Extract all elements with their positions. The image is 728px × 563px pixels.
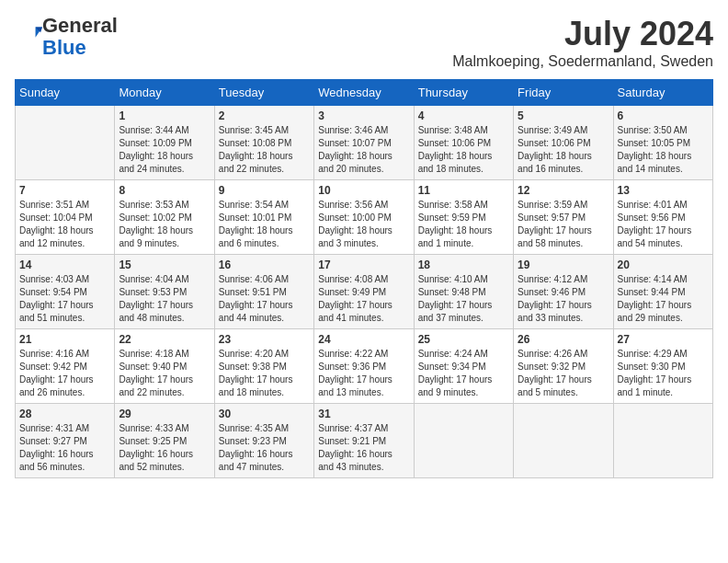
day-number: 26 — [518, 333, 609, 346]
calendar-cell: 5Sunrise: 3:49 AM Sunset: 10:06 PM Dayli… — [514, 106, 613, 180]
calendar-cell: 21Sunrise: 4:16 AM Sunset: 9:42 PM Dayli… — [16, 329, 115, 404]
day-number: 12 — [518, 184, 609, 197]
day-info: Sunrise: 3:59 AM Sunset: 9:57 PM Dayligh… — [518, 199, 609, 250]
day-info: Sunrise: 4:33 AM Sunset: 9:25 PM Dayligh… — [119, 422, 210, 474]
day-number: 1 — [119, 109, 210, 122]
calendar-cell: 4Sunrise: 3:48 AM Sunset: 10:06 PM Dayli… — [414, 106, 513, 180]
calendar-cell: 22Sunrise: 4:18 AM Sunset: 9:40 PM Dayli… — [115, 329, 214, 404]
calendar-cell: 6Sunrise: 3:50 AM Sunset: 10:05 PM Dayli… — [613, 106, 712, 180]
day-info: Sunrise: 3:53 AM Sunset: 10:02 PM Daylig… — [119, 199, 210, 250]
logo-icon — [17, 22, 42, 48]
calendar-cell: 16Sunrise: 4:06 AM Sunset: 9:51 PM Dayli… — [214, 255, 313, 329]
logo: General Blue — [15, 15, 118, 59]
day-number: 7 — [19, 184, 110, 197]
day-number: 21 — [19, 333, 110, 346]
calendar-cell: 25Sunrise: 4:24 AM Sunset: 9:34 PM Dayli… — [414, 329, 513, 404]
calendar-cell: 12Sunrise: 3:59 AM Sunset: 9:57 PM Dayli… — [514, 180, 613, 255]
calendar-week-row: 14Sunrise: 4:03 AM Sunset: 9:54 PM Dayli… — [16, 255, 713, 329]
calendar-cell: 2Sunrise: 3:45 AM Sunset: 10:08 PM Dayli… — [214, 106, 313, 180]
day-number: 9 — [219, 184, 310, 197]
day-number: 23 — [219, 333, 310, 346]
calendar-cell: 24Sunrise: 4:22 AM Sunset: 9:36 PM Dayli… — [314, 329, 414, 404]
title-block: July 2024 Malmkoeping, Soedermanland, Sw… — [452, 15, 713, 70]
weekday-header-sunday: Sunday — [16, 80, 115, 106]
day-number: 14 — [19, 259, 110, 271]
day-info: Sunrise: 3:45 AM Sunset: 10:08 PM Daylig… — [219, 124, 310, 176]
day-number: 31 — [318, 408, 409, 420]
calendar-cell: 19Sunrise: 4:12 AM Sunset: 9:46 PM Dayli… — [514, 255, 613, 329]
day-number: 13 — [618, 184, 709, 197]
day-info: Sunrise: 4:01 AM Sunset: 9:56 PM Dayligh… — [618, 199, 709, 250]
day-info: Sunrise: 4:24 AM Sunset: 9:34 PM Dayligh… — [418, 348, 509, 399]
weekday-header-row: SundayMondayTuesdayWednesdayThursdayFrid… — [16, 80, 713, 106]
day-info: Sunrise: 3:58 AM Sunset: 9:59 PM Dayligh… — [418, 199, 509, 250]
calendar-week-row: 7Sunrise: 3:51 AM Sunset: 10:04 PM Dayli… — [16, 180, 713, 255]
weekday-header-monday: Monday — [115, 80, 214, 106]
calendar-cell: 18Sunrise: 4:10 AM Sunset: 9:48 PM Dayli… — [414, 255, 513, 329]
day-info: Sunrise: 3:44 AM Sunset: 10:09 PM Daylig… — [119, 124, 210, 176]
calendar-cell: 20Sunrise: 4:14 AM Sunset: 9:44 PM Dayli… — [613, 255, 712, 329]
day-number: 8 — [119, 184, 210, 197]
day-number: 19 — [518, 259, 609, 271]
day-number: 10 — [318, 184, 409, 197]
day-number: 11 — [418, 184, 509, 197]
weekday-header-thursday: Thursday — [414, 80, 513, 106]
day-number: 6 — [618, 109, 709, 122]
day-number: 22 — [119, 333, 210, 346]
calendar-cell: 17Sunrise: 4:08 AM Sunset: 9:49 PM Dayli… — [314, 255, 414, 329]
calendar-week-row: 28Sunrise: 4:31 AM Sunset: 9:27 PM Dayli… — [16, 404, 713, 478]
day-info: Sunrise: 3:51 AM Sunset: 10:04 PM Daylig… — [19, 199, 110, 250]
day-info: Sunrise: 4:10 AM Sunset: 9:48 PM Dayligh… — [418, 273, 509, 325]
calendar-cell — [613, 404, 712, 478]
day-number: 16 — [219, 259, 310, 271]
day-number: 29 — [119, 408, 210, 420]
day-info: Sunrise: 4:16 AM Sunset: 9:42 PM Dayligh… — [19, 348, 110, 399]
day-info: Sunrise: 4:06 AM Sunset: 9:51 PM Dayligh… — [219, 273, 310, 325]
day-number: 3 — [318, 109, 409, 122]
calendar-cell: 3Sunrise: 3:46 AM Sunset: 10:07 PM Dayli… — [314, 106, 414, 180]
weekday-header-wednesday: Wednesday — [314, 80, 414, 106]
calendar-cell: 7Sunrise: 3:51 AM Sunset: 10:04 PM Dayli… — [16, 180, 115, 255]
calendar-cell: 11Sunrise: 3:58 AM Sunset: 9:59 PM Dayli… — [414, 180, 513, 255]
calendar-cell: 31Sunrise: 4:37 AM Sunset: 9:21 PM Dayli… — [314, 404, 414, 478]
weekday-header-saturday: Saturday — [613, 80, 712, 106]
calendar-cell: 13Sunrise: 4:01 AM Sunset: 9:56 PM Dayli… — [613, 180, 712, 255]
calendar-week-row: 1Sunrise: 3:44 AM Sunset: 10:09 PM Dayli… — [16, 106, 713, 180]
day-number: 2 — [219, 109, 310, 122]
calendar-cell: 30Sunrise: 4:35 AM Sunset: 9:23 PM Dayli… — [214, 404, 313, 478]
day-info: Sunrise: 3:48 AM Sunset: 10:06 PM Daylig… — [418, 124, 509, 176]
day-info: Sunrise: 4:08 AM Sunset: 9:49 PM Dayligh… — [318, 273, 409, 325]
calendar-cell — [514, 404, 613, 478]
calendar-cell: 28Sunrise: 4:31 AM Sunset: 9:27 PM Dayli… — [16, 404, 115, 478]
day-number: 25 — [418, 333, 509, 346]
day-number: 15 — [119, 259, 210, 271]
page-header: General Blue July 2024 Malmkoeping, Soed… — [15, 15, 713, 70]
day-number: 5 — [518, 109, 609, 122]
day-number: 28 — [19, 408, 110, 420]
calendar-week-row: 21Sunrise: 4:16 AM Sunset: 9:42 PM Dayli… — [16, 329, 713, 404]
day-info: Sunrise: 3:46 AM Sunset: 10:07 PM Daylig… — [318, 124, 409, 176]
day-info: Sunrise: 4:20 AM Sunset: 9:38 PM Dayligh… — [219, 348, 310, 399]
day-info: Sunrise: 4:35 AM Sunset: 9:23 PM Dayligh… — [219, 422, 310, 474]
day-number: 17 — [318, 259, 409, 271]
calendar-cell: 1Sunrise: 3:44 AM Sunset: 10:09 PM Dayli… — [115, 106, 214, 180]
calendar-cell: 27Sunrise: 4:29 AM Sunset: 9:30 PM Dayli… — [613, 329, 712, 404]
day-info: Sunrise: 3:49 AM Sunset: 10:06 PM Daylig… — [518, 124, 609, 176]
calendar-cell: 23Sunrise: 4:20 AM Sunset: 9:38 PM Dayli… — [214, 329, 313, 404]
calendar-cell: 15Sunrise: 4:04 AM Sunset: 9:53 PM Dayli… — [115, 255, 214, 329]
calendar-cell: 14Sunrise: 4:03 AM Sunset: 9:54 PM Dayli… — [16, 255, 115, 329]
day-info: Sunrise: 4:22 AM Sunset: 9:36 PM Dayligh… — [318, 348, 409, 399]
calendar-table: SundayMondayTuesdayWednesdayThursdayFrid… — [15, 79, 713, 478]
day-info: Sunrise: 4:03 AM Sunset: 9:54 PM Dayligh… — [19, 273, 110, 325]
day-number: 24 — [318, 333, 409, 346]
day-info: Sunrise: 3:50 AM Sunset: 10:05 PM Daylig… — [618, 124, 709, 176]
weekday-header-friday: Friday — [514, 80, 613, 106]
logo-general-text: General — [42, 14, 118, 37]
calendar-cell: 10Sunrise: 3:56 AM Sunset: 10:00 PM Dayl… — [314, 180, 414, 255]
day-info: Sunrise: 4:26 AM Sunset: 9:32 PM Dayligh… — [518, 348, 609, 399]
day-info: Sunrise: 3:56 AM Sunset: 10:00 PM Daylig… — [318, 199, 409, 250]
calendar-cell: 8Sunrise: 3:53 AM Sunset: 10:02 PM Dayli… — [115, 180, 214, 255]
month-year-title: July 2024 — [452, 15, 713, 53]
calendar-cell: 9Sunrise: 3:54 AM Sunset: 10:01 PM Dayli… — [214, 180, 313, 255]
weekday-header-tuesday: Tuesday — [214, 80, 313, 106]
